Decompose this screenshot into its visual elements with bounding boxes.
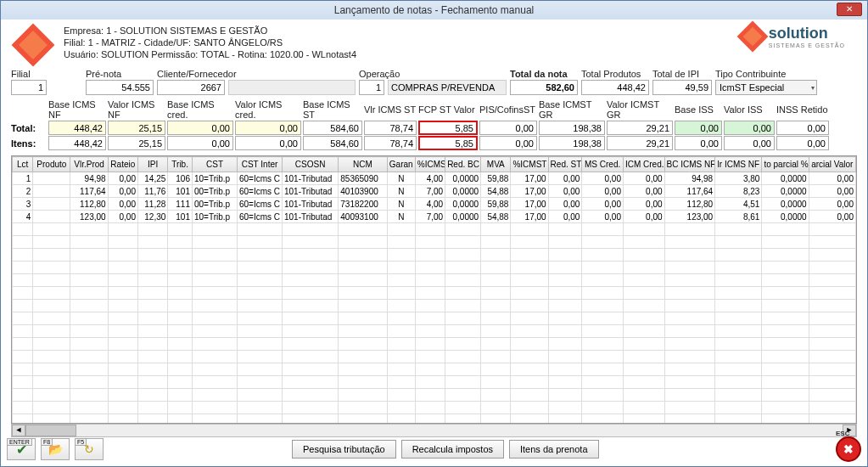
total-base-icms-st[interactable]: 584,60 [303, 121, 362, 135]
table-row[interactable]: 4123,000,0012,3010110=Trib.p60=Icms C101… [13, 211, 856, 223]
total-valor-icmst-gr[interactable]: 29,21 [607, 121, 673, 135]
total-valor-iss[interactable]: 0,00 [724, 121, 775, 135]
total-base-icms-nf[interactable]: 448,42 [48, 121, 106, 135]
col-0[interactable]: Lct [13, 157, 33, 172]
items-grid[interactable]: LctProdutoVlr.ProdRateioIPITrib.CSTCST I… [11, 155, 857, 424]
total-valor-icms-nf[interactable]: 25,15 [108, 121, 165, 135]
table-row[interactable] [13, 376, 856, 389]
totalnota-input[interactable] [510, 80, 578, 95]
filial-input[interactable] [11, 80, 47, 95]
col-15[interactable]: Red. ST [548, 157, 582, 172]
horizontal-scrollbar[interactable]: ◄ ► [11, 424, 857, 437]
col-6[interactable]: CST [193, 157, 238, 172]
table-row[interactable] [13, 312, 856, 325]
table-row[interactable] [13, 363, 856, 376]
table-row[interactable]: 194,980,0014,2510610=Trib.p60=Icms C101-… [13, 172, 856, 185]
itens-base-iss: 0,00 [675, 136, 722, 150]
lbl-inss: INSS Retido [776, 104, 829, 115]
total-vlr-icms-st[interactable]: 78,74 [364, 121, 417, 135]
operacao-input[interactable] [359, 80, 384, 95]
label-totalipi: Total de IPI [652, 69, 712, 79]
recalcula-impostos-button[interactable]: Recalcula impostos [401, 440, 504, 459]
table-row[interactable] [13, 402, 856, 414]
table-row[interactable] [13, 274, 856, 287]
brand-mark-icon [736, 21, 768, 53]
chevron-down-icon: ▾ [811, 84, 815, 92]
itens-prenota-button[interactable]: Itens da prenota [509, 440, 599, 459]
col-17[interactable]: ICM Cred. [623, 157, 664, 172]
table-row[interactable] [13, 223, 856, 236]
totalipi-input[interactable] [652, 80, 712, 95]
tipocontrib-value: IcmST Especial [720, 82, 784, 93]
lbl-valor-iss: Valor ISS [724, 104, 775, 115]
col-2[interactable]: Vlr.Prod [70, 157, 108, 172]
f5-button[interactable]: F5 ↻ [75, 438, 104, 460]
total-base-icmst-gr[interactable]: 198,38 [539, 121, 605, 135]
total-piscofins[interactable]: 0,00 [479, 121, 537, 135]
col-7[interactable]: CST Inter [238, 157, 283, 172]
total-inss[interactable]: 0,00 [776, 121, 829, 135]
scroll-left-arrow-icon[interactable]: ◄ [12, 425, 25, 436]
col-20[interactable]: to parcial % [762, 157, 809, 172]
table-row[interactable] [13, 287, 856, 300]
pesquisa-tributacao-button[interactable]: Pesquisa tributação [292, 440, 396, 459]
table-row[interactable] [13, 249, 856, 262]
f8-label: F8 [41, 438, 53, 446]
brand-sub: SISTEMAS E GESTÃO [769, 42, 845, 48]
col-21[interactable]: arcial Valor [809, 157, 855, 172]
f8-button[interactable]: F8 📂 [41, 438, 70, 460]
itens-base-icms-cred: 0,00 [167, 136, 233, 150]
itens-base-icms-st: 584,60 [303, 136, 362, 150]
col-19[interactable]: lr ICMS NF [715, 157, 762, 172]
titlebar[interactable]: Lançamento de notas - Fechamento manual … [1, 1, 867, 20]
itens-valor-icms-nf: 25,15 [108, 136, 165, 150]
col-4[interactable]: IPI [137, 157, 167, 172]
col-11[interactable]: %ICMS [415, 157, 445, 172]
col-9[interactable]: NCM [339, 157, 387, 172]
table-row[interactable] [13, 262, 856, 274]
col-18[interactable]: BC ICMS NF [664, 157, 715, 172]
lbl-base-icms-st: Base ICMS ST [303, 99, 362, 120]
itens-piscofins: 0,00 [479, 136, 537, 150]
label-prenota: Pré-nota [86, 69, 154, 79]
total-base-iss[interactable]: 0,00 [675, 121, 722, 135]
col-16[interactable]: MS Cred. [582, 157, 624, 172]
itens-valor-icmst-gr: 29,21 [607, 136, 673, 150]
table-row[interactable] [13, 389, 856, 402]
app-logo-icon [12, 24, 55, 67]
clifor-input[interactable] [157, 80, 225, 95]
prenota-input[interactable] [86, 80, 154, 95]
table-row[interactable] [13, 325, 856, 338]
header-empresa: Empresa: 1 - SOLUTION SISTEMAS E GESTÃO [64, 25, 356, 37]
total-fcp-st[interactable]: 5,85 [418, 121, 478, 135]
table-row[interactable] [13, 414, 856, 425]
col-5[interactable]: Trib. [168, 157, 193, 172]
label-tipocontrib: Tipo Contribuinte [715, 69, 817, 79]
table-row[interactable]: 2117,640,0011,7610100=Trib.p60=Icms C101… [13, 185, 856, 198]
itens-valor-icms-cred: 0,00 [235, 136, 301, 150]
table-row[interactable] [13, 300, 856, 312]
esc-label: ESC [836, 430, 849, 437]
lbl-fcp-st: FCP ST Valor [418, 104, 478, 115]
tipocontrib-select[interactable]: IcmST Especial ▾ [715, 80, 817, 95]
col-14[interactable]: %ICMST [511, 157, 548, 172]
table-row[interactable]: 3112,800,0011,2811100=Trib.p60=Icms C101… [13, 198, 856, 211]
col-12[interactable]: Red. BC [445, 157, 481, 172]
esc-button[interactable]: ESC ✖ [836, 436, 861, 462]
table-row[interactable] [13, 338, 856, 351]
col-13[interactable]: MVA [481, 157, 511, 172]
scrollbar-thumb[interactable] [25, 425, 76, 436]
total-valor-icms-cred[interactable]: 0,00 [235, 121, 301, 135]
col-10[interactable]: Garan [387, 157, 415, 172]
header-usuario: Usuário: SOLUTION Permissão: TOTAL - Rot… [64, 48, 356, 60]
enter-button[interactable]: ENTER ✔ [7, 438, 36, 460]
col-8[interactable]: CSOSN [283, 157, 339, 172]
header-filial: Filial: 1 - MATRIZ - Cidade/UF: SANTO ÂN… [64, 37, 356, 48]
total-base-icms-cred[interactable]: 0,00 [167, 121, 233, 135]
close-button[interactable]: ✕ [837, 3, 862, 16]
totalprod-input[interactable] [581, 80, 649, 95]
col-3[interactable]: Rateio [108, 157, 137, 172]
table-row[interactable] [13, 351, 856, 363]
table-row[interactable] [13, 236, 856, 249]
col-1[interactable]: Produto [33, 157, 70, 172]
